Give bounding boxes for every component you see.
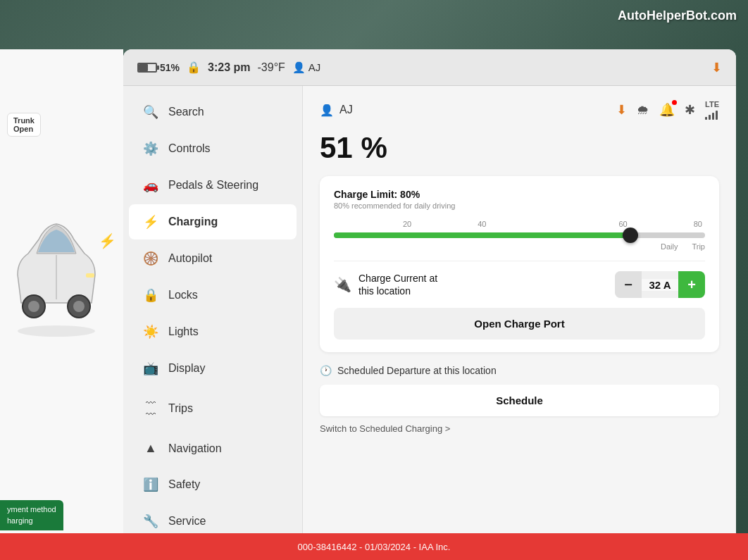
open-charge-port-button[interactable]: Open Charge Port xyxy=(334,308,705,340)
display-icon: 📺 xyxy=(143,361,158,376)
switch-to-scheduled-charging[interactable]: Switch to Scheduled Charging > xyxy=(320,423,719,434)
lights-icon: ☀️ xyxy=(143,324,158,340)
sidebar-item-display[interactable]: 📺 Display xyxy=(129,351,297,386)
user-display: 👤 AJ xyxy=(292,61,321,74)
charge-current-line2: this location xyxy=(359,285,437,297)
battery-percent-status: 51% xyxy=(160,62,180,73)
sidebar-label-display: Display xyxy=(168,362,205,375)
svg-point-4 xyxy=(73,301,85,312)
label-daily: Daily xyxy=(661,242,678,251)
controls-icon: ⚙️ xyxy=(143,141,158,156)
slider-labels: Daily Trip xyxy=(334,242,705,251)
tick-20: 20 xyxy=(403,220,411,228)
charge-current-left: 🔌 Charge Current at this location xyxy=(334,272,437,297)
decrease-current-button[interactable]: − xyxy=(615,271,642,298)
status-bar-right: ⬇ xyxy=(711,60,722,75)
download-icon-status: ⬇ xyxy=(711,60,722,75)
main-content: 🔍 Search ⚙️ Controls 🚗 Pedals & Steering… xyxy=(123,86,736,542)
user-name-status: AJ xyxy=(308,61,321,73)
sidebar-label-controls: Controls xyxy=(168,142,211,155)
service-icon: 🔧 xyxy=(143,514,158,529)
slider-ticks: 20 40 60 80 xyxy=(334,220,705,228)
download-icon-panel: ⬇ xyxy=(616,102,627,118)
charge-slider-fill xyxy=(334,232,631,238)
charge-limit-label: Charge Limit: 80% xyxy=(334,189,705,200)
user-name-panel: AJ xyxy=(339,104,353,116)
sidebar-item-autopilot[interactable]: 🛞 Autopilot xyxy=(129,241,297,276)
scheduled-section: 🕐 Scheduled Departure at this location S… xyxy=(320,365,719,434)
signal-bar-4 xyxy=(716,111,718,120)
sidebar-label-navigation: Navigation xyxy=(168,442,222,455)
lte-signal: LTE xyxy=(705,100,719,120)
label-trip: Trip xyxy=(692,242,705,251)
charge-slider-track[interactable] xyxy=(334,232,705,238)
sidebar-item-controls[interactable]: ⚙️ Controls xyxy=(129,131,297,166)
bottom-bar: 000-38416442 - 01/03/2024 - IAA Inc. xyxy=(0,533,748,560)
user-icon-sm: 👤 xyxy=(292,61,306,74)
schedule-button[interactable]: Schedule xyxy=(320,385,719,416)
user-header: 👤 AJ ⬇ 🌧 🔔 ✱ LTE xyxy=(320,100,719,120)
sidebar-item-locks[interactable]: 🔒 Locks xyxy=(129,278,297,313)
increase-current-button[interactable]: + xyxy=(678,271,705,298)
search-icon: 🔍 xyxy=(143,104,158,120)
sidebar-item-pedals-steering[interactable]: 🚗 Pedals & Steering xyxy=(129,168,297,203)
sidebar-item-navigation[interactable]: ▲ Navigation xyxy=(129,431,297,466)
pedals-icon: 🚗 xyxy=(143,178,158,193)
charge-current-row: 🔌 Charge Current at this location − 32 A… xyxy=(334,261,705,298)
locks-icon: 🔒 xyxy=(143,287,158,303)
payment-line1: yment method xyxy=(7,504,56,515)
sidebar: 🔍 Search ⚙️ Controls 🚗 Pedals & Steering… xyxy=(123,86,303,542)
plug-icon: 🔌 xyxy=(334,276,351,293)
signal-bar-2 xyxy=(709,115,711,120)
payment-line2: harging xyxy=(7,516,56,526)
battery-percent-large: 51 % xyxy=(320,131,719,165)
navigation-icon: ▲ xyxy=(143,441,158,456)
sidebar-item-lights[interactable]: ☀️ Lights xyxy=(129,314,297,349)
user-info: 👤 AJ xyxy=(320,104,353,117)
scheduled-header-text: Scheduled Departure at this location xyxy=(337,365,497,376)
charge-current-line1: Charge Current at xyxy=(359,272,437,285)
charge-recommended: 80% recommended for daily driving xyxy=(334,201,705,210)
tick-40: 40 xyxy=(478,220,486,228)
bell-badge xyxy=(672,100,677,105)
header-icons: ⬇ 🌧 🔔 ✱ LTE xyxy=(616,100,719,120)
tick-80b: 80 xyxy=(694,220,702,228)
sidebar-label-service: Service xyxy=(168,515,206,528)
right-panel: 👤 AJ ⬇ 🌧 🔔 ✱ LTE xyxy=(303,86,736,542)
bell-icon: 🔔 xyxy=(659,102,675,118)
trunk-line2: Open xyxy=(13,125,35,133)
signal-bar-3 xyxy=(712,113,714,120)
signal-bars xyxy=(705,108,719,120)
slider-thumb[interactable] xyxy=(623,228,638,243)
watermark-text: AutoHelperBot.com xyxy=(618,8,737,23)
user-icon-panel: 👤 xyxy=(320,104,334,117)
status-bar-left: 51% 🔒 3:23 pm -39°F 👤 AJ xyxy=(137,61,320,74)
battery-fill xyxy=(139,64,148,71)
svg-point-0 xyxy=(18,325,95,337)
charging-icon: ⚡ xyxy=(143,214,158,230)
lock-icon: 🔒 xyxy=(187,61,201,74)
autopilot-icon: 🛞 xyxy=(143,251,158,266)
charge-card: Charge Limit: 80% 80% recommended for da… xyxy=(320,176,719,352)
trunk-badge: Trunk Open xyxy=(7,113,41,137)
sidebar-label-search: Search xyxy=(168,106,204,118)
safety-icon: ℹ️ xyxy=(143,477,158,492)
battery-indicator: 51% xyxy=(137,62,180,73)
car-image xyxy=(7,190,106,345)
sidebar-label-safety: Safety xyxy=(168,478,200,491)
sidebar-label-locks: Locks xyxy=(168,289,198,301)
trunk-line1: Trunk xyxy=(13,116,35,125)
time-display: 3:23 pm xyxy=(208,61,250,74)
sidebar-item-safety[interactable]: ℹ️ Safety xyxy=(129,467,297,502)
car-charging-bolt: ⚡ xyxy=(99,232,116,249)
sidebar-label-charging: Charging xyxy=(168,216,218,228)
sidebar-label-pedals: Pedals & Steering xyxy=(168,179,258,192)
charge-current-control: − 32 A + xyxy=(615,271,705,298)
payment-method-badge: yment method harging xyxy=(0,500,63,530)
sidebar-item-charging[interactable]: ⚡ Charging xyxy=(129,204,297,239)
sidebar-item-trips[interactable]: 〰〰 Trips xyxy=(129,387,297,430)
temperature-display: -39°F xyxy=(258,61,285,74)
bottom-bar-text: 000-38416442 - 01/03/2024 - IAA Inc. xyxy=(298,542,451,552)
sidebar-item-search[interactable]: 🔍 Search xyxy=(129,94,297,130)
clock-icon: 🕐 xyxy=(320,365,332,376)
